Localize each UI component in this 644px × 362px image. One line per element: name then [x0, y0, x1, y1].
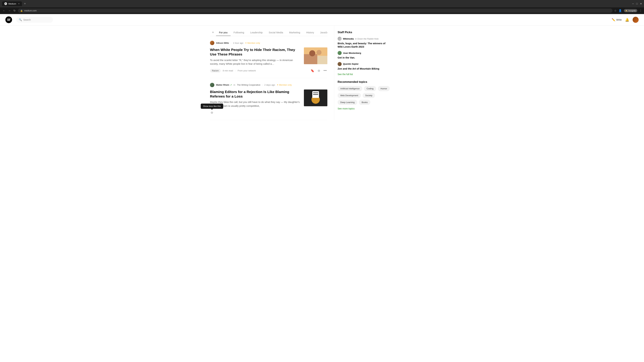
close-window-button[interactable]: ✕ — [640, 2, 642, 5]
read-time-racism: 8 min read — [223, 69, 233, 72]
search-bar[interactable]: 🔍 Search — [16, 17, 53, 23]
topics-grid: Artificial Intelligence Coding Humor Web… — [338, 86, 391, 105]
article-title-racism[interactable]: When White People Try to Hide Their Raci… — [210, 47, 300, 57]
maximize-button[interactable]: □ — [636, 2, 638, 5]
time-ago-racism: · — [230, 42, 231, 44]
secure-icon: 🔒 — [20, 9, 23, 12]
profile-button[interactable]: 👤 — [618, 9, 622, 12]
tab-leadership[interactable]: Leadership — [247, 29, 266, 36]
minimize-button[interactable]: ─ — [632, 2, 634, 5]
topic-coding[interactable]: Coding — [364, 86, 376, 91]
article-title-editors[interactable]: Blaming Editors for a Rejection Is Like … — [210, 89, 300, 99]
menu-button[interactable]: ⋮ — [639, 9, 642, 12]
minus-button-editors[interactable]: ⊖ — [210, 110, 214, 115]
tab-javascript[interactable]: JavaSc… — [317, 29, 327, 36]
tab-for-you[interactable]: For you — [216, 29, 230, 36]
pick-avatar-wikimedia — [338, 37, 342, 41]
bell-icon: 🔔 — [625, 18, 629, 22]
pick-avatar-quentin — [338, 62, 342, 66]
tab-title: Medium — [8, 2, 16, 5]
pick-name-wikimedia[interactable]: Wikimedia — [343, 37, 354, 40]
topic-humor[interactable]: Humor — [378, 86, 390, 91]
article-thumbnail-racism[interactable] — [304, 47, 327, 64]
bookmark-button-racism[interactable]: 🔖 — [310, 68, 315, 73]
topic-deep-learning[interactable]: Deep Learning — [338, 100, 357, 105]
more-options-button-racism[interactable]: ••• — [323, 68, 327, 73]
pick-title-wikimedia[interactable]: Birds, bugs, and beauty: The winners of … — [338, 42, 391, 48]
new-tab-button[interactable]: + — [23, 2, 27, 6]
add-tab-button[interactable]: + — [210, 29, 216, 36]
article-editors: Walter Rhein ✓ in The Writing Cooperativ… — [210, 78, 327, 120]
staff-picks-section: Staff Picks Wikimedia in Down the Rabbit… — [338, 31, 391, 76]
see-full-list-link[interactable]: See the full list — [338, 73, 391, 76]
feed-tabs: + For you Following Leadership Social Me… — [210, 26, 327, 36]
address-actions: ☆ 👤 🕵 Incognito ⋮ — [614, 9, 642, 12]
bookmark-star-button[interactable]: ☆ — [614, 9, 616, 12]
tab-close-btn[interactable]: ✕ — [18, 3, 20, 5]
tab-social-media[interactable]: Social Media — [266, 29, 286, 36]
topic-society[interactable]: Society — [362, 93, 375, 98]
member-badge-editors: ✦ Member-only — [277, 84, 292, 86]
tab-following[interactable]: Following — [230, 29, 247, 36]
verified-icon-walter: ✓ — [230, 84, 232, 86]
pick-author-joan: Joan Westenberg — [338, 51, 391, 55]
tab-javascript-label: JavaSc… — [320, 31, 327, 34]
star-icon-editors: ✦ — [277, 84, 278, 86]
reload-button[interactable]: ↻ — [13, 8, 16, 13]
pick-author-wikimedia: Wikimedia in Down the Rabbit Hole — [338, 37, 391, 41]
staff-pick-joan: Joan Westenberg Get in the Van. — [338, 51, 391, 59]
rec-topics-title: Recommended topics — [338, 80, 391, 84]
tab-for-you-label: For you — [219, 31, 228, 34]
article-content-racism: When White People Try to Hide Their Raci… — [210, 47, 327, 66]
member-badge-racism: ✦ Member-only — [245, 42, 260, 44]
logo-m-text: M — [7, 17, 10, 22]
pick-title-quentin[interactable]: Zen and the Art of Mountain Biking — [338, 67, 391, 70]
pick-name-joan[interactable]: Joan Westenberg — [343, 52, 361, 54]
tab-marketing[interactable]: Marketing — [286, 29, 303, 36]
forward-button[interactable]: → — [8, 8, 12, 13]
staff-pick-quentin: Quentin Septer Zen and the Art of Mounta… — [338, 62, 391, 70]
article-meta-editors: Walter Rhein ✓ in The Writing Cooperativ… — [210, 83, 327, 87]
favicon: M — [4, 2, 7, 5]
user-avatar[interactable] — [632, 17, 639, 23]
write-label: Write — [616, 18, 622, 21]
tag-racism[interactable]: Racism — [210, 69, 221, 72]
pub-name-editors[interactable]: The Writing Cooperative — [237, 84, 260, 86]
topic-ai[interactable]: Artificial Intelligence — [338, 86, 362, 91]
url-bar[interactable]: 🔒 medium.com — [18, 8, 612, 13]
article-footer-racism: Racism 8 min read · From your network 🔖 … — [210, 68, 327, 73]
author-avatar-allison — [210, 41, 214, 45]
tab-following-label: Following — [234, 31, 244, 34]
notifications-button[interactable]: 🔔 — [625, 18, 629, 22]
window-controls: ─ □ ✕ — [632, 2, 642, 5]
article-thumbnail-editors[interactable] — [304, 89, 327, 106]
pick-title-joan[interactable]: Get in the Van. — [338, 56, 391, 59]
write-button[interactable]: ✏️ Write — [612, 18, 622, 22]
topic-books[interactable]: Books — [359, 100, 370, 105]
author-name-walter[interactable]: Walter Rhein ✓ — [216, 84, 232, 86]
pick-name-quentin[interactable]: Quentin Septer — [343, 63, 358, 65]
sidebar: Staff Picks Wikimedia in Down the Rabbit… — [334, 26, 391, 120]
incognito-badge: 🕵 Incognito — [624, 9, 637, 12]
browser-tab-medium[interactable]: M Medium ✕ — [2, 1, 22, 6]
walter-name-text: Walter Rhein — [216, 84, 229, 86]
see-more-topics-link[interactable]: See more topics — [338, 107, 391, 110]
incognito-icon: 🕵 — [625, 9, 628, 12]
minus-button-racism[interactable]: ⊖ — [317, 68, 321, 73]
recommended-topics-section: Recommended topics Artificial Intelligen… — [338, 80, 391, 110]
tab-history[interactable]: History — [303, 29, 317, 36]
back-button[interactable]: ← — [2, 8, 6, 13]
logo-icon: M — [5, 16, 12, 23]
browser-chrome: M Medium ✕ + ─ □ ✕ — [0, 0, 644, 7]
tab-social-media-label: Social Media — [269, 31, 283, 34]
separator-racism: · — [235, 69, 236, 72]
tab-bar: M Medium ✕ + — [2, 1, 630, 6]
topic-web-dev[interactable]: Web Development — [338, 93, 361, 98]
author-name-allison[interactable]: Allison Wiltz — [216, 42, 229, 44]
incognito-label: Incognito — [628, 10, 636, 12]
medium-logo[interactable]: M — [5, 16, 12, 23]
footer-actions-editors: ⊖ Show less like this — [210, 110, 214, 115]
pick-avatar-joan — [338, 51, 342, 55]
pick-author-quentin: Quentin Septer — [338, 62, 391, 66]
in-label-editors: in — [234, 84, 235, 86]
